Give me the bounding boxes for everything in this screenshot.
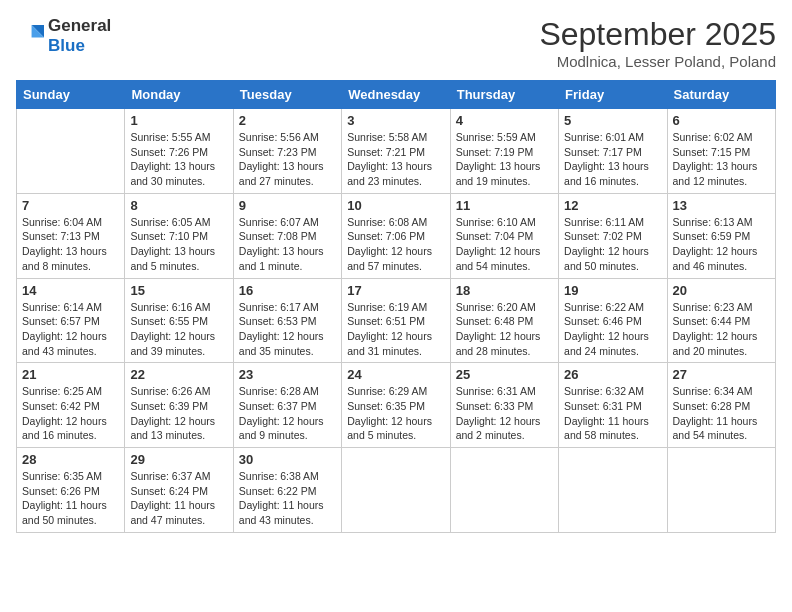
- day-info: Sunrise: 6:20 AM Sunset: 6:48 PM Dayligh…: [456, 300, 553, 359]
- day-info: Sunrise: 6:02 AM Sunset: 7:15 PM Dayligh…: [673, 130, 770, 189]
- day-number: 10: [347, 198, 444, 213]
- day-header-monday: Monday: [125, 81, 233, 109]
- week-row-4: 21Sunrise: 6:25 AM Sunset: 6:42 PM Dayli…: [17, 363, 776, 448]
- day-number: 26: [564, 367, 661, 382]
- day-cell: 14Sunrise: 6:14 AM Sunset: 6:57 PM Dayli…: [17, 278, 125, 363]
- location: Modlnica, Lesser Poland, Poland: [539, 53, 776, 70]
- day-number: 13: [673, 198, 770, 213]
- day-info: Sunrise: 6:11 AM Sunset: 7:02 PM Dayligh…: [564, 215, 661, 274]
- day-number: 14: [22, 283, 119, 298]
- day-info: Sunrise: 6:31 AM Sunset: 6:33 PM Dayligh…: [456, 384, 553, 443]
- day-number: 15: [130, 283, 227, 298]
- day-header-thursday: Thursday: [450, 81, 558, 109]
- day-cell: 17Sunrise: 6:19 AM Sunset: 6:51 PM Dayli…: [342, 278, 450, 363]
- day-info: Sunrise: 6:10 AM Sunset: 7:04 PM Dayligh…: [456, 215, 553, 274]
- day-number: 21: [22, 367, 119, 382]
- day-info: Sunrise: 5:58 AM Sunset: 7:21 PM Dayligh…: [347, 130, 444, 189]
- day-cell: [17, 109, 125, 194]
- day-number: 30: [239, 452, 336, 467]
- day-cell: 28Sunrise: 6:35 AM Sunset: 6:26 PM Dayli…: [17, 448, 125, 533]
- day-info: Sunrise: 6:37 AM Sunset: 6:24 PM Dayligh…: [130, 469, 227, 528]
- week-row-1: 1Sunrise: 5:55 AM Sunset: 7:26 PM Daylig…: [17, 109, 776, 194]
- days-header-row: SundayMondayTuesdayWednesdayThursdayFrid…: [17, 81, 776, 109]
- day-number: 11: [456, 198, 553, 213]
- day-number: 20: [673, 283, 770, 298]
- day-info: Sunrise: 6:14 AM Sunset: 6:57 PM Dayligh…: [22, 300, 119, 359]
- day-info: Sunrise: 6:22 AM Sunset: 6:46 PM Dayligh…: [564, 300, 661, 359]
- day-info: Sunrise: 6:32 AM Sunset: 6:31 PM Dayligh…: [564, 384, 661, 443]
- day-info: Sunrise: 6:07 AM Sunset: 7:08 PM Dayligh…: [239, 215, 336, 274]
- day-number: 25: [456, 367, 553, 382]
- day-number: 17: [347, 283, 444, 298]
- day-cell: [342, 448, 450, 533]
- logo-text: General Blue: [48, 16, 111, 56]
- day-cell: 25Sunrise: 6:31 AM Sunset: 6:33 PM Dayli…: [450, 363, 558, 448]
- day-cell: 6Sunrise: 6:02 AM Sunset: 7:15 PM Daylig…: [667, 109, 775, 194]
- day-cell: [667, 448, 775, 533]
- day-cell: 7Sunrise: 6:04 AM Sunset: 7:13 PM Daylig…: [17, 193, 125, 278]
- day-number: 27: [673, 367, 770, 382]
- day-info: Sunrise: 6:35 AM Sunset: 6:26 PM Dayligh…: [22, 469, 119, 528]
- day-info: Sunrise: 5:56 AM Sunset: 7:23 PM Dayligh…: [239, 130, 336, 189]
- day-info: Sunrise: 6:26 AM Sunset: 6:39 PM Dayligh…: [130, 384, 227, 443]
- day-number: 24: [347, 367, 444, 382]
- month-title: September 2025: [539, 16, 776, 53]
- day-number: 22: [130, 367, 227, 382]
- day-number: 9: [239, 198, 336, 213]
- day-cell: 15Sunrise: 6:16 AM Sunset: 6:55 PM Dayli…: [125, 278, 233, 363]
- day-number: 29: [130, 452, 227, 467]
- day-info: Sunrise: 6:08 AM Sunset: 7:06 PM Dayligh…: [347, 215, 444, 274]
- logo-icon: [16, 22, 44, 50]
- day-cell: 4Sunrise: 5:59 AM Sunset: 7:19 PM Daylig…: [450, 109, 558, 194]
- page-header: General Blue September 2025 Modlnica, Le…: [16, 16, 776, 70]
- day-cell: [450, 448, 558, 533]
- day-number: 28: [22, 452, 119, 467]
- week-row-2: 7Sunrise: 6:04 AM Sunset: 7:13 PM Daylig…: [17, 193, 776, 278]
- day-info: Sunrise: 6:13 AM Sunset: 6:59 PM Dayligh…: [673, 215, 770, 274]
- day-cell: 12Sunrise: 6:11 AM Sunset: 7:02 PM Dayli…: [559, 193, 667, 278]
- day-info: Sunrise: 5:55 AM Sunset: 7:26 PM Dayligh…: [130, 130, 227, 189]
- day-info: Sunrise: 6:25 AM Sunset: 6:42 PM Dayligh…: [22, 384, 119, 443]
- day-number: 16: [239, 283, 336, 298]
- day-header-friday: Friday: [559, 81, 667, 109]
- day-cell: 10Sunrise: 6:08 AM Sunset: 7:06 PM Dayli…: [342, 193, 450, 278]
- week-row-3: 14Sunrise: 6:14 AM Sunset: 6:57 PM Dayli…: [17, 278, 776, 363]
- day-cell: 8Sunrise: 6:05 AM Sunset: 7:10 PM Daylig…: [125, 193, 233, 278]
- day-info: Sunrise: 5:59 AM Sunset: 7:19 PM Dayligh…: [456, 130, 553, 189]
- day-info: Sunrise: 6:19 AM Sunset: 6:51 PM Dayligh…: [347, 300, 444, 359]
- day-number: 7: [22, 198, 119, 213]
- day-cell: 2Sunrise: 5:56 AM Sunset: 7:23 PM Daylig…: [233, 109, 341, 194]
- day-number: 2: [239, 113, 336, 128]
- day-cell: 1Sunrise: 5:55 AM Sunset: 7:26 PM Daylig…: [125, 109, 233, 194]
- day-cell: 20Sunrise: 6:23 AM Sunset: 6:44 PM Dayli…: [667, 278, 775, 363]
- day-cell: 26Sunrise: 6:32 AM Sunset: 6:31 PM Dayli…: [559, 363, 667, 448]
- week-row-5: 28Sunrise: 6:35 AM Sunset: 6:26 PM Dayli…: [17, 448, 776, 533]
- day-number: 4: [456, 113, 553, 128]
- day-cell: 30Sunrise: 6:38 AM Sunset: 6:22 PM Dayli…: [233, 448, 341, 533]
- day-info: Sunrise: 6:04 AM Sunset: 7:13 PM Dayligh…: [22, 215, 119, 274]
- day-cell: 19Sunrise: 6:22 AM Sunset: 6:46 PM Dayli…: [559, 278, 667, 363]
- day-info: Sunrise: 6:16 AM Sunset: 6:55 PM Dayligh…: [130, 300, 227, 359]
- day-number: 8: [130, 198, 227, 213]
- day-info: Sunrise: 6:38 AM Sunset: 6:22 PM Dayligh…: [239, 469, 336, 528]
- day-cell: 29Sunrise: 6:37 AM Sunset: 6:24 PM Dayli…: [125, 448, 233, 533]
- day-cell: 3Sunrise: 5:58 AM Sunset: 7:21 PM Daylig…: [342, 109, 450, 194]
- day-number: 19: [564, 283, 661, 298]
- day-header-saturday: Saturday: [667, 81, 775, 109]
- calendar-table: SundayMondayTuesdayWednesdayThursdayFrid…: [16, 80, 776, 533]
- day-info: Sunrise: 6:28 AM Sunset: 6:37 PM Dayligh…: [239, 384, 336, 443]
- day-number: 12: [564, 198, 661, 213]
- day-info: Sunrise: 6:17 AM Sunset: 6:53 PM Dayligh…: [239, 300, 336, 359]
- day-number: 6: [673, 113, 770, 128]
- day-cell: 24Sunrise: 6:29 AM Sunset: 6:35 PM Dayli…: [342, 363, 450, 448]
- day-number: 23: [239, 367, 336, 382]
- day-cell: 21Sunrise: 6:25 AM Sunset: 6:42 PM Dayli…: [17, 363, 125, 448]
- day-cell: 13Sunrise: 6:13 AM Sunset: 6:59 PM Dayli…: [667, 193, 775, 278]
- day-cell: 27Sunrise: 6:34 AM Sunset: 6:28 PM Dayli…: [667, 363, 775, 448]
- day-cell: [559, 448, 667, 533]
- day-cell: 22Sunrise: 6:26 AM Sunset: 6:39 PM Dayli…: [125, 363, 233, 448]
- day-cell: 11Sunrise: 6:10 AM Sunset: 7:04 PM Dayli…: [450, 193, 558, 278]
- day-cell: 16Sunrise: 6:17 AM Sunset: 6:53 PM Dayli…: [233, 278, 341, 363]
- day-info: Sunrise: 6:05 AM Sunset: 7:10 PM Dayligh…: [130, 215, 227, 274]
- day-info: Sunrise: 6:34 AM Sunset: 6:28 PM Dayligh…: [673, 384, 770, 443]
